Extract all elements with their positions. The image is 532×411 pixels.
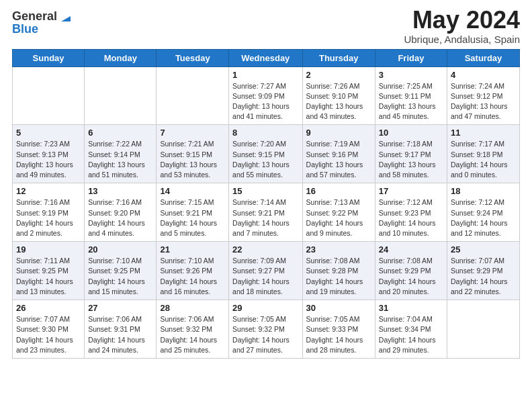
day-info: Sunrise: 7:12 AMSunset: 9:24 PMDaylight:…: [451, 197, 516, 238]
header: General Blue May 2024 Ubrique, Andalusia…: [12, 7, 520, 45]
calendar-day-cell: 8Sunrise: 7:20 AMSunset: 9:15 PMDaylight…: [229, 125, 303, 183]
calendar-day-cell: 12Sunrise: 7:16 AMSunset: 9:19 PMDayligh…: [13, 183, 85, 242]
day-number: 4: [451, 70, 516, 80]
day-info: Sunrise: 7:24 AMSunset: 9:12 PMDaylight:…: [451, 81, 516, 122]
calendar-day-cell: 6Sunrise: 7:22 AMSunset: 9:14 PMDaylight…: [85, 125, 157, 183]
weekday-header-saturday: Saturday: [447, 49, 519, 66]
day-info: Sunrise: 7:05 AMSunset: 9:32 PMDaylight:…: [232, 314, 299, 355]
day-number: 21: [160, 244, 225, 255]
calendar-day-cell: 16Sunrise: 7:13 AMSunset: 9:22 PMDayligh…: [302, 183, 375, 242]
calendar-day-cell: 19Sunrise: 7:11 AMSunset: 9:25 PMDayligh…: [13, 242, 85, 300]
day-number: 24: [379, 244, 443, 255]
day-number: 22: [232, 244, 299, 255]
day-info: Sunrise: 7:15 AMSunset: 9:21 PMDaylight:…: [160, 197, 225, 238]
logo-blue-text: Blue: [12, 23, 73, 36]
day-info: Sunrise: 7:07 AMSunset: 9:29 PMDaylight:…: [451, 256, 516, 297]
weekday-header-wednesday: Wednesday: [229, 49, 303, 66]
day-number: 14: [160, 186, 225, 196]
logo-icon: [58, 9, 73, 24]
calendar-empty-cell: [157, 66, 229, 125]
weekday-header-friday: Friday: [375, 49, 447, 66]
calendar-day-cell: 23Sunrise: 7:08 AMSunset: 9:28 PMDayligh…: [302, 242, 375, 300]
day-number: 28: [160, 303, 225, 313]
day-number: 12: [16, 186, 81, 196]
day-number: 1: [232, 70, 299, 80]
day-info: Sunrise: 7:13 AMSunset: 9:22 PMDaylight:…: [306, 197, 371, 238]
calendar-day-cell: 13Sunrise: 7:16 AMSunset: 9:20 PMDayligh…: [85, 183, 157, 242]
day-number: 8: [232, 128, 299, 138]
day-info: Sunrise: 7:09 AMSunset: 9:27 PMDaylight:…: [232, 256, 299, 297]
calendar-day-cell: 24Sunrise: 7:08 AMSunset: 9:29 PMDayligh…: [375, 242, 447, 300]
calendar-day-cell: 11Sunrise: 7:17 AMSunset: 9:18 PMDayligh…: [447, 125, 519, 183]
day-info: Sunrise: 7:11 AMSunset: 9:25 PMDaylight:…: [16, 256, 81, 297]
weekday-header-monday: Monday: [85, 49, 157, 66]
day-info: Sunrise: 7:18 AMSunset: 9:17 PMDaylight:…: [379, 139, 443, 180]
calendar-day-cell: 31Sunrise: 7:04 AMSunset: 9:34 PMDayligh…: [375, 300, 447, 359]
day-info: Sunrise: 7:23 AMSunset: 9:13 PMDaylight:…: [16, 139, 81, 180]
day-number: 10: [379, 128, 443, 138]
day-number: 13: [88, 186, 152, 196]
day-number: 27: [88, 303, 152, 313]
calendar-week-row: 12Sunrise: 7:16 AMSunset: 9:19 PMDayligh…: [13, 183, 520, 242]
day-info: Sunrise: 7:04 AMSunset: 9:34 PMDaylight:…: [379, 314, 443, 355]
calendar-week-row: 19Sunrise: 7:11 AMSunset: 9:25 PMDayligh…: [13, 242, 520, 300]
weekday-header-tuesday: Tuesday: [157, 49, 229, 66]
day-number: 5: [16, 128, 81, 138]
calendar-day-cell: 25Sunrise: 7:07 AMSunset: 9:29 PMDayligh…: [447, 242, 519, 300]
calendar-day-cell: 30Sunrise: 7:05 AMSunset: 9:33 PMDayligh…: [302, 300, 375, 359]
day-info: Sunrise: 7:26 AMSunset: 9:10 PMDaylight:…: [306, 81, 371, 122]
svg-marker-0: [61, 16, 71, 21]
logo: General Blue: [12, 9, 73, 36]
weekday-header-row: SundayMondayTuesdayWednesdayThursdayFrid…: [13, 49, 520, 66]
day-number: 17: [379, 186, 443, 196]
weekday-header-sunday: Sunday: [13, 49, 85, 66]
calendar-day-cell: 18Sunrise: 7:12 AMSunset: 9:24 PMDayligh…: [447, 183, 519, 242]
day-info: Sunrise: 7:16 AMSunset: 9:19 PMDaylight:…: [16, 197, 81, 238]
day-number: 31: [379, 303, 443, 313]
day-info: Sunrise: 7:12 AMSunset: 9:23 PMDaylight:…: [379, 197, 443, 238]
calendar-empty-cell: [13, 66, 85, 125]
day-info: Sunrise: 7:06 AMSunset: 9:31 PMDaylight:…: [88, 314, 152, 355]
day-number: 7: [160, 128, 225, 138]
title-location: Ubrique, Andalusia, Spain: [404, 34, 520, 45]
calendar-day-cell: 2Sunrise: 7:26 AMSunset: 9:10 PMDaylight…: [302, 66, 375, 125]
day-info: Sunrise: 7:10 AMSunset: 9:26 PMDaylight:…: [160, 256, 225, 297]
title-month: May 2024: [404, 7, 520, 34]
day-info: Sunrise: 7:10 AMSunset: 9:25 PMDaylight:…: [88, 256, 152, 297]
logo-general-text: General: [12, 10, 57, 24]
day-info: Sunrise: 7:17 AMSunset: 9:18 PMDaylight:…: [451, 139, 516, 180]
day-info: Sunrise: 7:27 AMSunset: 9:09 PMDaylight:…: [232, 81, 299, 122]
day-number: 25: [451, 244, 516, 255]
day-number: 29: [232, 303, 299, 313]
calendar-day-cell: 14Sunrise: 7:15 AMSunset: 9:21 PMDayligh…: [157, 183, 229, 242]
day-info: Sunrise: 7:25 AMSunset: 9:11 PMDaylight:…: [379, 81, 443, 122]
calendar-day-cell: 29Sunrise: 7:05 AMSunset: 9:32 PMDayligh…: [229, 300, 303, 359]
day-number: 15: [232, 186, 299, 196]
calendar-day-cell: 5Sunrise: 7:23 AMSunset: 9:13 PMDaylight…: [13, 125, 85, 183]
calendar-week-row: 1Sunrise: 7:27 AMSunset: 9:09 PMDaylight…: [13, 66, 520, 125]
day-info: Sunrise: 7:08 AMSunset: 9:29 PMDaylight:…: [379, 256, 443, 297]
day-info: Sunrise: 7:20 AMSunset: 9:15 PMDaylight:…: [232, 139, 299, 180]
calendar-day-cell: 7Sunrise: 7:21 AMSunset: 9:15 PMDaylight…: [157, 125, 229, 183]
day-number: 20: [88, 244, 152, 255]
day-number: 18: [451, 186, 516, 196]
calendar-day-cell: 9Sunrise: 7:19 AMSunset: 9:16 PMDaylight…: [302, 125, 375, 183]
calendar-day-cell: 22Sunrise: 7:09 AMSunset: 9:27 PMDayligh…: [229, 242, 303, 300]
day-number: 2: [306, 70, 371, 80]
day-number: 9: [306, 128, 371, 138]
day-number: 3: [379, 70, 443, 80]
day-info: Sunrise: 7:19 AMSunset: 9:16 PMDaylight:…: [306, 139, 371, 180]
calendar-day-cell: 3Sunrise: 7:25 AMSunset: 9:11 PMDaylight…: [375, 66, 447, 125]
calendar-day-cell: 20Sunrise: 7:10 AMSunset: 9:25 PMDayligh…: [85, 242, 157, 300]
day-info: Sunrise: 7:22 AMSunset: 9:14 PMDaylight:…: [88, 139, 152, 180]
day-number: 23: [306, 244, 371, 255]
calendar-day-cell: 17Sunrise: 7:12 AMSunset: 9:23 PMDayligh…: [375, 183, 447, 242]
day-info: Sunrise: 7:06 AMSunset: 9:32 PMDaylight:…: [160, 314, 225, 355]
day-number: 30: [306, 303, 371, 313]
calendar-day-cell: 21Sunrise: 7:10 AMSunset: 9:26 PMDayligh…: [157, 242, 229, 300]
calendar-day-cell: 28Sunrise: 7:06 AMSunset: 9:32 PMDayligh…: [157, 300, 229, 359]
calendar-table: SundayMondayTuesdayWednesdayThursdayFrid…: [12, 49, 520, 359]
calendar-day-cell: 1Sunrise: 7:27 AMSunset: 9:09 PMDaylight…: [229, 66, 303, 125]
day-info: Sunrise: 7:21 AMSunset: 9:15 PMDaylight:…: [160, 139, 225, 180]
day-number: 6: [88, 128, 152, 138]
